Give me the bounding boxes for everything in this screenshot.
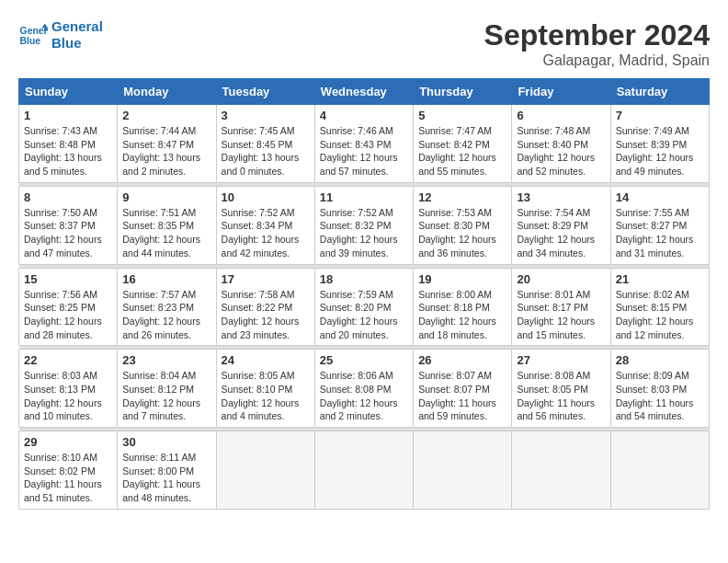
title-block: September 2024 Galapagar, Madrid, Spain [484, 18, 710, 69]
calendar-day-cell [314, 431, 413, 510]
sunrise-label: Sunrise: 8:02 AM [616, 289, 689, 300]
sunrise-label: Sunrise: 8:00 AM [418, 289, 492, 300]
sunrise-label: Sunrise: 8:05 AM [222, 370, 295, 381]
daylight-label: Daylight: 12 hours and 23 minutes. [222, 316, 300, 340]
day-number: 29 [24, 435, 112, 449]
calendar-table: SundayMondayTuesdayWednesdayThursdayFrid… [18, 78, 710, 510]
daylight-label: Daylight: 12 hours and 20 minutes. [320, 316, 398, 340]
daylight-label: Daylight: 12 hours and 12 minutes. [616, 316, 694, 340]
sunset-label: Sunset: 8:39 PM [616, 139, 688, 150]
day-info: Sunrise: 8:08 AM Sunset: 8:05 PM Dayligh… [517, 369, 605, 423]
day-number: 19 [418, 272, 506, 286]
calendar-day-cell: 16 Sunrise: 7:57 AM Sunset: 8:23 PM Dayl… [118, 268, 216, 346]
day-info: Sunrise: 7:49 AM Sunset: 8:39 PM Dayligh… [616, 124, 704, 178]
sunrise-label: Sunrise: 7:52 AM [320, 207, 393, 218]
weekday-header-saturday: Saturday [610, 79, 709, 105]
calendar-day-cell: 27 Sunrise: 8:08 AM Sunset: 8:05 PM Dayl… [512, 350, 610, 428]
daylight-label: Daylight: 12 hours and 34 minutes. [517, 234, 595, 259]
sunset-label: Sunset: 8:34 PM [222, 220, 293, 231]
svg-text:Blue: Blue [20, 36, 41, 46]
sunset-label: Sunset: 8:03 PM [616, 384, 688, 395]
calendar-day-cell [216, 431, 314, 510]
day-info: Sunrise: 7:44 AM Sunset: 8:47 PM Dayligh… [122, 124, 210, 178]
day-info: Sunrise: 7:51 AM Sunset: 8:35 PM Dayligh… [122, 206, 210, 260]
calendar-day-cell: 29 Sunrise: 8:10 AM Sunset: 8:02 PM Dayl… [19, 431, 118, 510]
day-info: Sunrise: 7:46 AM Sunset: 8:43 PM Dayligh… [320, 124, 408, 178]
daylight-label: Daylight: 13 hours and 5 minutes. [24, 152, 102, 177]
calendar-day-cell: 7 Sunrise: 7:49 AM Sunset: 8:39 PM Dayli… [610, 105, 709, 183]
day-number: 28 [616, 353, 704, 367]
sunrise-label: Sunrise: 7:53 AM [418, 207, 492, 218]
sunrise-label: Sunrise: 8:06 AM [320, 370, 393, 381]
day-info: Sunrise: 7:52 AM Sunset: 8:32 PM Dayligh… [320, 206, 408, 260]
sunrise-label: Sunrise: 8:11 AM [122, 452, 196, 463]
day-info: Sunrise: 7:48 AM Sunset: 8:40 PM Dayligh… [517, 124, 605, 178]
weekday-header-row: SundayMondayTuesdayWednesdayThursdayFrid… [19, 79, 710, 105]
weekday-header-sunday: Sunday [19, 79, 118, 105]
day-info: Sunrise: 8:00 AM Sunset: 8:18 PM Dayligh… [418, 288, 506, 342]
daylight-label: Daylight: 12 hours and 49 minutes. [616, 152, 694, 177]
daylight-label: Daylight: 12 hours and 7 minutes. [122, 397, 200, 422]
calendar-week-1: 1 Sunrise: 7:43 AM Sunset: 8:48 PM Dayli… [19, 105, 710, 183]
page-header: General Blue General Blue September 2024… [18, 18, 710, 69]
sunset-label: Sunset: 8:18 PM [418, 302, 490, 313]
day-number: 22 [24, 353, 112, 367]
sunrise-label: Sunrise: 7:51 AM [122, 207, 196, 218]
daylight-label: Daylight: 11 hours and 56 minutes. [517, 397, 595, 422]
day-info: Sunrise: 8:10 AM Sunset: 8:02 PM Dayligh… [24, 451, 112, 505]
daylight-label: Daylight: 12 hours and 39 minutes. [320, 234, 398, 259]
day-number: 2 [122, 109, 210, 122]
sunset-label: Sunset: 8:40 PM [517, 139, 588, 150]
sunset-label: Sunset: 8:17 PM [517, 302, 588, 313]
sunrise-label: Sunrise: 7:54 AM [517, 207, 590, 218]
calendar-day-cell [610, 431, 709, 510]
sunrise-label: Sunrise: 7:52 AM [222, 207, 295, 218]
calendar-day-cell: 30 Sunrise: 8:11 AM Sunset: 8:00 PM Dayl… [118, 431, 216, 510]
calendar-day-cell: 25 Sunrise: 8:06 AM Sunset: 8:08 PM Dayl… [314, 350, 413, 428]
day-number: 15 [24, 272, 112, 286]
day-info: Sunrise: 7:47 AM Sunset: 8:42 PM Dayligh… [418, 124, 506, 178]
day-number: 6 [517, 109, 605, 122]
sunset-label: Sunset: 8:27 PM [616, 220, 688, 231]
sunrise-label: Sunrise: 7:57 AM [122, 289, 196, 300]
daylight-label: Daylight: 12 hours and 52 minutes. [517, 152, 595, 177]
daylight-label: Daylight: 12 hours and 55 minutes. [418, 152, 496, 177]
sunrise-label: Sunrise: 7:59 AM [320, 289, 393, 300]
day-number: 18 [320, 272, 408, 286]
day-number: 24 [222, 353, 310, 367]
day-number: 13 [517, 190, 605, 204]
daylight-label: Daylight: 12 hours and 15 minutes. [517, 316, 595, 340]
daylight-label: Daylight: 12 hours and 26 minutes. [122, 316, 200, 340]
sunset-label: Sunset: 8:32 PM [320, 220, 392, 231]
sunset-label: Sunset: 8:07 PM [418, 384, 490, 395]
calendar-day-cell: 2 Sunrise: 7:44 AM Sunset: 8:47 PM Dayli… [118, 105, 216, 183]
calendar-day-cell: 11 Sunrise: 7:52 AM Sunset: 8:32 PM Dayl… [314, 186, 413, 264]
day-info: Sunrise: 7:56 AM Sunset: 8:25 PM Dayligh… [24, 288, 112, 342]
daylight-label: Daylight: 12 hours and 4 minutes. [222, 397, 300, 422]
calendar-week-4: 22 Sunrise: 8:03 AM Sunset: 8:13 PM Dayl… [19, 350, 710, 428]
sunrise-label: Sunrise: 7:50 AM [24, 207, 97, 218]
daylight-label: Daylight: 12 hours and 44 minutes. [122, 234, 200, 259]
calendar-day-cell: 10 Sunrise: 7:52 AM Sunset: 8:34 PM Dayl… [216, 186, 314, 264]
sunrise-label: Sunrise: 7:49 AM [616, 125, 689, 136]
daylight-label: Daylight: 12 hours and 2 minutes. [320, 397, 398, 422]
day-number: 7 [616, 109, 704, 122]
day-info: Sunrise: 8:06 AM Sunset: 8:08 PM Dayligh… [320, 369, 408, 423]
sunset-label: Sunset: 8:23 PM [122, 302, 194, 313]
calendar-day-cell: 20 Sunrise: 8:01 AM Sunset: 8:17 PM Dayl… [512, 268, 610, 346]
sunset-label: Sunset: 8:43 PM [320, 139, 392, 150]
sunset-label: Sunset: 8:29 PM [517, 220, 588, 231]
day-number: 26 [418, 353, 506, 367]
sunset-label: Sunset: 8:37 PM [24, 220, 96, 231]
calendar-day-cell: 4 Sunrise: 7:46 AM Sunset: 8:43 PM Dayli… [314, 105, 413, 183]
day-number: 8 [24, 190, 112, 204]
sunrise-label: Sunrise: 7:43 AM [24, 125, 97, 136]
day-info: Sunrise: 7:50 AM Sunset: 8:37 PM Dayligh… [24, 206, 112, 260]
daylight-label: Daylight: 12 hours and 28 minutes. [24, 316, 102, 340]
sunrise-label: Sunrise: 8:07 AM [418, 370, 492, 381]
sunrise-label: Sunrise: 7:55 AM [616, 207, 689, 218]
sunrise-label: Sunrise: 8:03 AM [24, 370, 97, 381]
daylight-label: Daylight: 13 hours and 2 minutes. [122, 152, 200, 177]
sunrise-label: Sunrise: 7:58 AM [222, 289, 295, 300]
day-info: Sunrise: 7:53 AM Sunset: 8:30 PM Dayligh… [418, 206, 506, 260]
